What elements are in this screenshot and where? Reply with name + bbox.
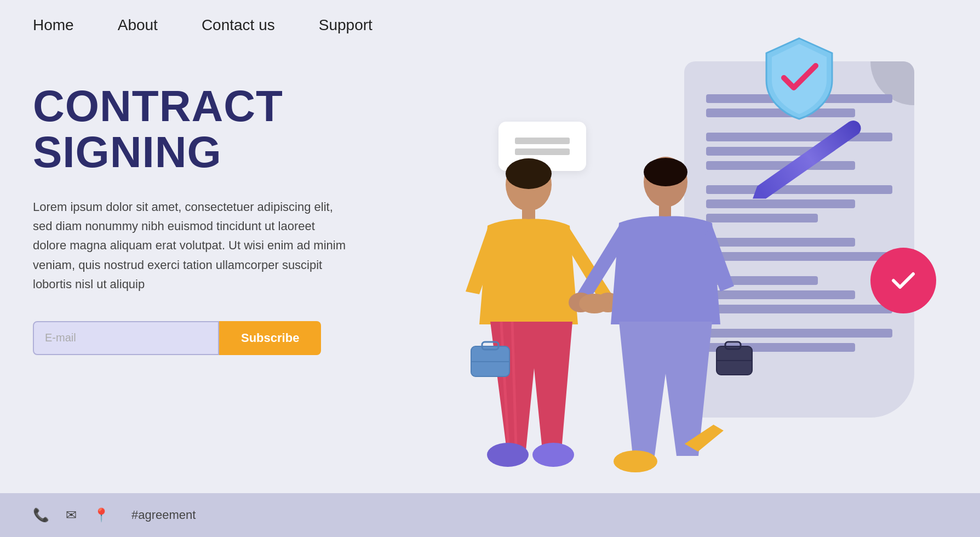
hero-description: Lorem ipsum dolor sit amet, consectetuer… [33, 197, 351, 294]
svg-point-20 [579, 294, 610, 313]
subscribe-row: Subscribe [33, 321, 389, 355]
subscribe-button[interactable]: Subscribe [219, 321, 321, 355]
shield-icon [761, 34, 838, 122]
left-panel: CONTRACT SIGNING Lorem ipsum dolor sit a… [33, 50, 389, 500]
nav-support[interactable]: Support [319, 16, 372, 34]
svg-point-7 [532, 443, 574, 467]
people-illustration [416, 133, 800, 494]
svg-point-6 [487, 443, 529, 467]
pink-check-icon [870, 248, 936, 313]
location-icon: 📍 [93, 507, 110, 523]
main-content: CONTRACT SIGNING Lorem ipsum dolor sit a… [0, 50, 980, 500]
mail-icon: ✉ [66, 507, 77, 523]
nav-about[interactable]: About [118, 16, 158, 34]
footer: 📞 ✉ 📍 #agreement [0, 493, 980, 537]
svg-point-1 [506, 158, 552, 189]
svg-rect-13 [659, 205, 671, 218]
hero-title: CONTRACT SIGNING [33, 83, 389, 175]
illustration-panel [389, 50, 947, 500]
svg-point-12 [644, 158, 687, 186]
phone-icon: 📞 [33, 507, 49, 523]
email-input[interactable] [33, 321, 219, 355]
nav-contact[interactable]: Contact us [202, 16, 275, 34]
svg-point-16 [614, 450, 657, 472]
footer-hashtag: #agreement [131, 508, 196, 522]
nav-home[interactable]: Home [33, 16, 74, 34]
